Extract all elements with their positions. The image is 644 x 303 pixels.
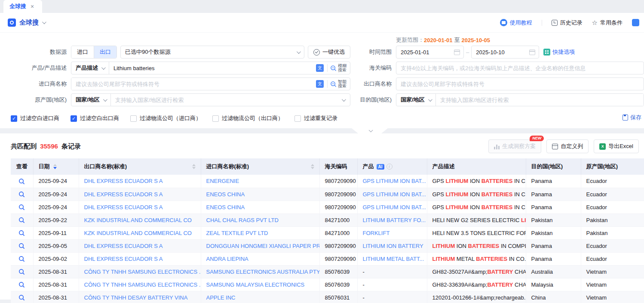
exporter-link[interactable]: CÔNG TY TNHH SAMSUNG ELECTRONICS ... [79, 265, 201, 278]
product-description-cell: GH82-33639A#&amp;BATTERY CHA... [427, 278, 526, 291]
fuzzy-search-button[interactable]: 模糊搜索 [330, 64, 350, 72]
exporter-link[interactable]: CÔNG TY TNHH DESAY BATTERY VINA [79, 291, 201, 303]
save-icon [623, 114, 628, 121]
cutoff-link[interactable] [632, 19, 644, 26]
end-date-input[interactable]: 2025-10-10 [471, 46, 539, 59]
col-header-view: 查看 [11, 158, 33, 175]
product-link[interactable]: LITHIUM METAL BATT... [357, 252, 427, 265]
product-link[interactable]: - [357, 278, 427, 291]
tutorial-link[interactable]: 使用教程 [500, 19, 532, 27]
importer-link[interactable]: ZEAL TEXTILE PVT LTD [201, 226, 319, 239]
view-detail-button[interactable] [11, 188, 33, 201]
product-link[interactable]: FORKLIFT [357, 226, 427, 239]
product-link[interactable]: - [357, 291, 427, 303]
destination-type-select[interactable]: 国家/地区 [396, 94, 436, 106]
view-detail-button[interactable] [11, 213, 33, 226]
exporter-name-input[interactable] [396, 77, 644, 90]
favorites-link[interactable]: ☆ 常用条件 [592, 19, 623, 27]
sort-exporter[interactable] [192, 164, 196, 169]
exporter-link[interactable]: KZK INDUSTRIAL AND COMMERCIAL CO [79, 213, 201, 226]
date-cell: 2025-08-31 [33, 278, 79, 291]
importer-link[interactable]: CHAL CHAL RAGS PVT LTD [201, 213, 319, 226]
table-row: 2025-09-24 DHL EXPRESS ECUADOR S A ENEOS… [11, 201, 644, 213]
exporter-link[interactable]: DHL EXPRESS ECUADOR S A [79, 239, 201, 252]
importer-link[interactable]: ANDRA LIEPINA [201, 252, 319, 265]
info-icon[interactable]: i [386, 164, 393, 170]
tab-global-search[interactable]: 全球搜 × [3, 0, 42, 13]
importer-link[interactable]: DONGGUAN HONGMEI XIANGLI PAPER PR... [201, 239, 319, 252]
importer-name-input[interactable] [71, 78, 316, 90]
product-type-select[interactable]: 产品描述 [71, 62, 109, 74]
collapse-form-button[interactable] [352, 128, 388, 133]
origin-country-input[interactable] [111, 94, 342, 106]
view-detail-button[interactable] [11, 291, 33, 303]
product-input[interactable] [109, 62, 316, 74]
view-detail-button[interactable] [11, 201, 33, 213]
product-link[interactable]: GPS LITHIUM ION BAT... [357, 188, 427, 201]
checkbox-icon[interactable] [294, 115, 301, 122]
filter-checkbox[interactable]: 过滤物流公司（出口商） [212, 114, 283, 122]
view-detail-button[interactable] [11, 278, 33, 291]
smart-search-button[interactable]: 智能搜索 [330, 80, 350, 88]
sort-date[interactable] [53, 164, 57, 169]
origin-type-select[interactable]: 国家/地区 [71, 94, 111, 106]
exporter-link[interactable]: CÔNG TY TNHH SAMSUNG ELECTRONICS ... [79, 278, 201, 291]
view-detail-button[interactable] [11, 252, 33, 265]
importer-link[interactable]: ENEOS CHINA [201, 188, 319, 201]
destination-country-input[interactable] [436, 94, 644, 106]
importer-link[interactable]: APPLE INC [201, 291, 319, 303]
history-link[interactable]: 历史记录 [552, 19, 583, 27]
view-detail-button[interactable] [11, 226, 33, 239]
product-link[interactable]: GPS LITHIUM ION BAT... [357, 201, 427, 213]
save-button[interactable]: 保存 [623, 114, 641, 121]
date-cell: 2025-09-24 [33, 188, 79, 201]
checkbox-icon[interactable] [130, 115, 137, 122]
quick-options-link[interactable]: 快捷选项 [543, 48, 575, 56]
filter-checkbox[interactable]: ✓ 过滤空白出口商 [71, 114, 119, 122]
app-logo-icon [8, 19, 16, 27]
product-link[interactable]: - [357, 265, 427, 278]
importer-link[interactable]: ENEOS CHINA [201, 201, 319, 213]
importer-link[interactable]: SAMSUNG ELECTRONICS AUSTRALIA PTY [201, 265, 319, 278]
generate-insight-button[interactable]: 生成洞察方案 [488, 139, 541, 153]
one-click-optimize-button[interactable]: 一键优选 [308, 46, 350, 59]
optimize-label: 一键优选 [322, 48, 345, 56]
product-link[interactable]: LITHIUM BATTERY FO... [357, 213, 427, 226]
import-toggle-button[interactable]: 进口 [71, 46, 94, 58]
importer-link[interactable]: ENERGENIE [201, 175, 319, 188]
product-link[interactable]: GPS LITHIUM ION BAT... [357, 175, 427, 188]
product-type-value: 产品描述 [76, 64, 98, 72]
translate-icon[interactable]: 文 [316, 64, 324, 72]
origin-country-label: 原产国(地区) [11, 96, 67, 104]
exporter-link[interactable]: KZK INDUSTRIAL AND COMMERCIAL CO [79, 226, 201, 239]
col-header-product: 产品AIi [357, 158, 427, 175]
checkbox-icon[interactable] [212, 115, 219, 122]
view-detail-button[interactable] [11, 265, 33, 278]
checkbox-icon[interactable]: ✓ [71, 115, 77, 122]
view-detail-button[interactable] [11, 239, 33, 252]
checkbox-icon[interactable]: ✓ [11, 115, 17, 122]
export-excel-button[interactable]: X 导出Excel [594, 139, 639, 153]
importer-link[interactable]: SAMSUNG MALAYSIA ELECTRONICS [201, 278, 319, 291]
col-header-description: 产品描述 [427, 158, 526, 175]
view-detail-button[interactable] [11, 175, 33, 188]
customize-columns-button[interactable]: 自定义列 [546, 139, 589, 153]
hs-code-input[interactable] [396, 62, 644, 74]
product-link[interactable]: LITHIUM ION BATTERY [357, 239, 427, 252]
close-icon[interactable]: × [31, 3, 34, 10]
exporter-link[interactable]: DHL EXPRESS ECUADOR S A [79, 201, 201, 213]
exporter-link[interactable]: DHL EXPRESS ECUADOR S A [79, 188, 201, 201]
datasource-select[interactable]: 已选中90个数据源 [120, 46, 304, 59]
filter-checkbox[interactable]: 过滤重复记录 [294, 114, 337, 122]
exporter-link[interactable]: DHL EXPRESS ECUADOR S A [79, 252, 201, 265]
export-toggle-button[interactable]: 出口 [94, 46, 117, 58]
start-date-input[interactable]: 2025-01-01 [396, 46, 464, 59]
sort-importer[interactable] [311, 164, 314, 169]
translate-icon[interactable]: 文 [316, 80, 324, 88]
check-circle-icon [313, 49, 320, 56]
chevron-down-icon[interactable] [42, 20, 46, 24]
filter-checkbox[interactable]: ✓ 过滤空白进口商 [11, 114, 59, 122]
exporter-link[interactable]: DHL EXPRESS ECUADOR S A [79, 175, 201, 188]
origin-cell: Ecuador [581, 239, 644, 252]
filter-checkbox[interactable]: 过滤物流公司（进口商） [130, 114, 201, 122]
